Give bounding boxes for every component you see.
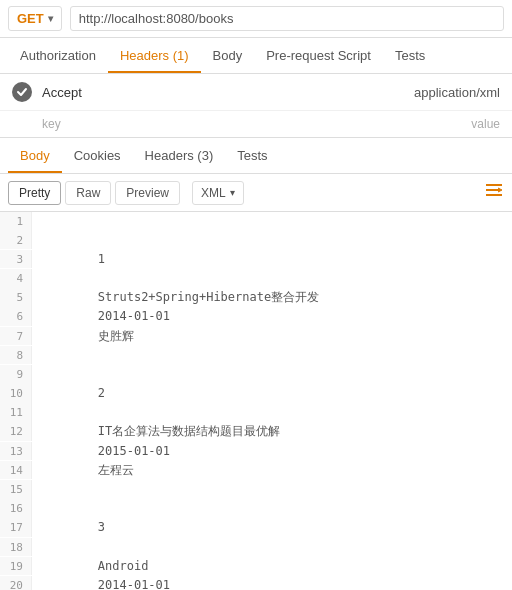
tab-cookies[interactable]: Cookies (62, 140, 133, 173)
response-tab-row: Body Cookies Headers (3) Tests (0, 138, 512, 174)
xml-line-18: 18 </span>第一行代码<span class="tag"> (0, 538, 512, 557)
tab-tests-resp[interactable]: Tests (225, 140, 279, 173)
line-text: 2 (32, 384, 105, 403)
raw-button[interactable]: Raw (65, 181, 111, 205)
line-number: 15 (0, 480, 32, 499)
xml-line-19: 19 Android (0, 557, 512, 576)
tab-tests-req[interactable]: Tests (383, 40, 437, 73)
accept-key: Accept (42, 85, 414, 100)
line-text: </span>JavaEE轻量级框架<span class="tag"> (32, 269, 98, 288)
line-text: Struts2+Spring+Hibernate整合开发 (32, 288, 319, 307)
tab-headers[interactable]: Headers (1) (108, 40, 201, 73)
xml-line-15: 15 (0, 480, 512, 499)
line-number: 10 (0, 384, 32, 403)
method-chevron: ▾ (48, 13, 53, 24)
xml-line-16: 16 (0, 499, 512, 518)
accept-header-row: Accept application/xml (0, 74, 512, 111)
xml-line-12: 12 IT名企算法与数据结构题目最优解 (0, 422, 512, 441)
line-number: 11 (0, 403, 32, 422)
tab-body-resp[interactable]: Body (8, 140, 62, 173)
line-number: 4 (0, 269, 32, 288)
line-number: 12 (0, 422, 32, 441)
line-text (32, 499, 69, 518)
line-text: </span>第一行代码<span class="tag"> (32, 538, 98, 557)
request-tab-row: Authorization Headers (1) Body Pre-reque… (0, 38, 512, 74)
method-label: GET (17, 11, 44, 26)
xml-line-13: 13 2015-01-01 (0, 442, 512, 461)
type-label: XML (201, 186, 226, 200)
line-text: 1 (32, 250, 105, 269)
wrap-icon[interactable] (484, 180, 504, 205)
tab-authorization[interactable]: Authorization (8, 40, 108, 73)
line-text: 左程云 (32, 461, 134, 480)
line-text: 3 (32, 518, 105, 537)
line-text: 2014-01-01 (32, 576, 170, 590)
line-number: 13 (0, 442, 32, 461)
line-text: 2015-01-01 (32, 442, 170, 461)
xml-line-2: 2 (0, 231, 512, 250)
line-text: </span>程序员代码面试指南<span class="tag"> (32, 403, 98, 422)
line-number: 19 (0, 557, 32, 576)
key-placeholder: key (42, 117, 471, 131)
line-number: 20 (0, 576, 32, 590)
line-number: 8 (0, 346, 32, 365)
header-placeholder-row: key value (0, 111, 512, 137)
xml-line-8: 8 (0, 346, 512, 365)
xml-line-17: 17 3 (0, 518, 512, 537)
type-chevron: ▾ (230, 187, 235, 198)
line-number: 2 (0, 231, 32, 250)
line-number: 18 (0, 538, 32, 557)
headers-section: Accept application/xml key value (0, 74, 512, 138)
xml-line-20: 20 2014-01-01 (0, 576, 512, 590)
line-text: IT名企算法与数据结构题目最优解 (32, 422, 280, 441)
type-select[interactable]: XML ▾ (192, 181, 244, 205)
tab-headers-resp[interactable]: Headers (3) (133, 140, 226, 173)
value-placeholder: value (471, 117, 500, 131)
line-number: 3 (0, 250, 32, 269)
preview-button[interactable]: Preview (115, 181, 180, 205)
line-number: 6 (0, 307, 32, 326)
xml-line-9: 9 (0, 365, 512, 384)
xml-line-10: 10 2 (0, 384, 512, 403)
xml-line-3: 3 1 (0, 250, 512, 269)
line-number: 16 (0, 499, 32, 518)
line-text: 史胜辉 (32, 327, 134, 346)
xml-line-1: 1 (0, 212, 512, 231)
line-text (32, 480, 69, 499)
tab-body-req[interactable]: Body (201, 40, 255, 73)
line-number: 9 (0, 365, 32, 384)
xml-line-11: 11 </span>程序员代码面试指南<span class="tag"> (0, 403, 512, 422)
xml-line-4: 4 </span>JavaEE轻量级框架<span class="tag"> (0, 269, 512, 288)
tab-prerequest[interactable]: Pre-request Script (254, 40, 383, 73)
url-input[interactable] (70, 6, 504, 31)
line-number: 1 (0, 212, 32, 231)
xml-line-5: 5 Struts2+Spring+Hibernate整合开发 (0, 288, 512, 307)
line-number: 7 (0, 327, 32, 346)
format-row: Pretty Raw Preview XML ▾ (0, 174, 512, 212)
xml-line-14: 14 左程云 (0, 461, 512, 480)
line-text (32, 365, 69, 384)
line-text: 2014-01-01 (32, 307, 170, 326)
line-text: Android (32, 557, 148, 576)
line-text (32, 231, 69, 250)
xml-line-7: 7 史胜辉 (0, 327, 512, 346)
method-select[interactable]: GET ▾ (8, 6, 62, 31)
accept-checkmark (12, 82, 32, 102)
line-number: 14 (0, 461, 32, 480)
line-text (32, 346, 69, 365)
pretty-button[interactable]: Pretty (8, 181, 61, 205)
url-bar: GET ▾ (0, 0, 512, 38)
accept-value: application/xml (414, 85, 500, 100)
line-number: 5 (0, 288, 32, 307)
line-number: 17 (0, 518, 32, 537)
xml-content: 12 3 14 </span>JavaEE轻量级框架<span class="t… (0, 212, 512, 590)
xml-line-6: 6 2014-01-01 (0, 307, 512, 326)
